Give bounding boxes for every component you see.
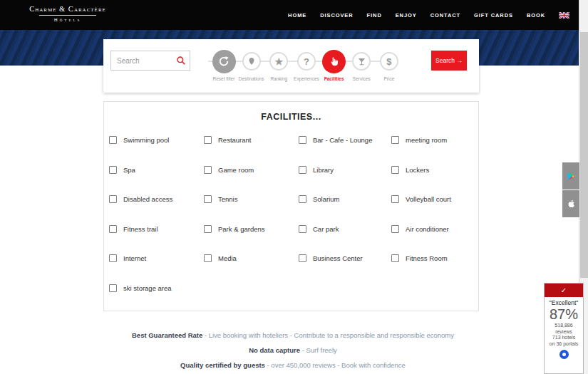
step-destinations[interactable]: Destinations (238, 49, 265, 81)
facility-checkbox[interactable] (204, 195, 212, 203)
top-navigation-bar: Charme & Caractère Hôtels HOME DISCOVER … (0, 0, 588, 30)
facility-checkbox[interactable] (391, 225, 399, 233)
facility-label: Volleyball court (406, 195, 451, 203)
facility-checkbox[interactable] (204, 225, 212, 233)
facility-swimming-pool[interactable]: Swimming pool (109, 136, 204, 144)
facility-label: Restaurant (218, 136, 251, 144)
logo-subtitle: Hôtels (26, 17, 110, 23)
step-experiences[interactable]: ? Experiences (293, 49, 320, 81)
facility-checkbox[interactable] (204, 136, 212, 144)
facility-label: ski storage area (123, 284, 172, 292)
facility-checkbox[interactable] (391, 254, 399, 262)
facility-disabled-access[interactable]: Disabled access (109, 195, 204, 203)
facility-spa[interactable]: Spa (109, 166, 204, 174)
step-price[interactable]: $ Price (376, 49, 403, 81)
facility-solarium[interactable]: Solarium (299, 195, 391, 203)
facility-internet[interactable]: Internet (109, 254, 204, 262)
facility-game-room[interactable]: Game room (204, 166, 299, 174)
facility-library[interactable]: Library (299, 166, 391, 174)
facility-checkbox[interactable] (299, 195, 306, 203)
nav-item-discover[interactable]: DISCOVER (320, 12, 353, 19)
facility-checkbox[interactable] (109, 136, 117, 144)
facility-meeting-room[interactable]: meeting room (391, 136, 480, 144)
facility-checkbox[interactable] (299, 136, 306, 144)
facility-checkbox[interactable] (391, 136, 399, 144)
facility-label: Disabled access (123, 195, 172, 203)
facility-volleyball-court[interactable]: Volleyball court (391, 195, 480, 203)
review-badge-header: ✓ (545, 284, 583, 297)
google-play-badge[interactable] (562, 162, 579, 189)
step-label: Facilities (324, 76, 344, 81)
facility-air-conditioner[interactable]: Air conditioner (391, 225, 480, 233)
step-label: Price (384, 76, 395, 81)
footer-line-bold: Quality certified by guests (180, 361, 265, 369)
facility-car-park[interactable]: Car park (299, 225, 391, 233)
step-services[interactable]: Services (348, 49, 375, 81)
review-rating-widget[interactable]: ✓ "Excellent" 87% 518,886 reviews 713 ho… (544, 283, 584, 374)
facility-checkbox[interactable] (391, 166, 399, 174)
logo-divider (39, 15, 96, 16)
nav-item-book[interactable]: BOOK (527, 12, 545, 19)
review-rating-label: "Excellent" (545, 299, 583, 306)
facility-park-gardens[interactable]: Park & gardens (204, 225, 299, 233)
scrollbar-thumb[interactable] (580, 32, 588, 278)
nav-item-enjoy[interactable]: ENJOY (396, 12, 417, 19)
footer-line-rest: - Live booking with hoteliers - Contribu… (202, 331, 454, 339)
facility-tennis[interactable]: Tennis (204, 195, 299, 203)
facility-label: Air conditioner (406, 225, 449, 233)
facility-checkbox[interactable] (109, 225, 117, 233)
step-label: Services (353, 76, 371, 81)
step-label: Destinations (239, 76, 264, 81)
facility-checkbox[interactable] (299, 254, 306, 262)
facility-bar-cafe-lounge[interactable]: Bar - Cafe - Lounge (299, 136, 391, 144)
facility-checkbox[interactable] (299, 225, 306, 233)
facility-label: Fitness Room (406, 254, 448, 262)
facility-ski-storage-area[interactable]: ski storage area (109, 284, 204, 292)
brand-logo[interactable]: Charme & Caractère Hôtels (26, 5, 110, 23)
facility-label: Internet (123, 254, 146, 262)
uk-flag-icon[interactable] (559, 12, 569, 19)
nav-item-gift-cards[interactable]: GIFT CARDS (474, 12, 513, 19)
search-button[interactable]: Search → (431, 51, 467, 71)
facility-label: Media (218, 254, 237, 262)
facility-label: meeting room (406, 136, 447, 144)
facility-checkbox[interactable] (391, 195, 399, 203)
facility-business-center[interactable]: Business Center (299, 254, 391, 262)
review-count-label: reviews (545, 329, 583, 336)
step-reset-filter[interactable]: Reset filter (210, 49, 237, 81)
facility-checkbox[interactable] (109, 195, 117, 203)
facility-label: Car park (313, 225, 339, 233)
facility-fitness-trail[interactable]: Fitness trail (109, 225, 204, 233)
facility-restaurant[interactable]: Restaurant (204, 136, 299, 144)
footer-line-3: Quality certified by guests - over 450,0… (0, 361, 586, 369)
nav-item-contact[interactable]: CONTACT (430, 12, 460, 19)
facility-checkbox[interactable] (299, 166, 306, 174)
facility-lockers[interactable]: Lockers (391, 166, 480, 174)
facility-checkbox[interactable] (109, 284, 117, 292)
nav-item-home[interactable]: HOME (288, 12, 306, 19)
footer-line-bold: No data capture (249, 346, 300, 354)
footer-reassurance: Best Guaranteed Rate - Live booking with… (0, 331, 586, 374)
review-portals: on 36 portals (545, 341, 583, 348)
facilities-grid: Swimming pool Restaurant Bar - Cafe - Lo… (109, 125, 480, 303)
search-box (110, 51, 190, 71)
facility-label: Tennis (218, 195, 237, 203)
facility-checkbox[interactable] (109, 254, 117, 262)
search-icon (176, 56, 186, 66)
review-hotels: 713 hotels (545, 335, 583, 341)
facility-checkbox[interactable] (109, 166, 117, 174)
step-ranking[interactable]: ★ Ranking (265, 49, 292, 81)
nav-item-find[interactable]: FIND (367, 12, 382, 19)
martini-icon (357, 57, 366, 66)
facility-media[interactable]: Media (204, 254, 299, 262)
reset-icon (218, 56, 229, 67)
page: Charme & Caractère Hôtels HOME DISCOVER … (0, 0, 588, 374)
facility-fitness-room[interactable]: Fitness Room (391, 254, 480, 262)
apple-store-badge[interactable] (562, 190, 579, 217)
checkmark-icon: ✓ (561, 286, 567, 294)
review-percentage: 87% (545, 306, 583, 323)
facility-checkbox[interactable] (204, 166, 212, 174)
facility-checkbox[interactable] (204, 254, 212, 262)
footer-line-1: Best Guaranteed Rate - Live booking with… (0, 331, 586, 339)
step-facilities[interactable]: Facilities (321, 49, 348, 81)
